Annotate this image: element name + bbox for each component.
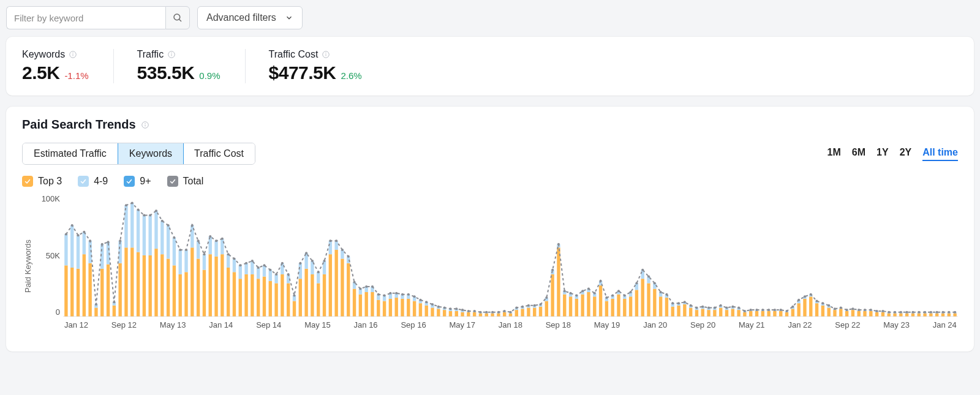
tab-keywords[interactable]: Keywords <box>118 143 184 165</box>
svg-point-344 <box>257 266 260 269</box>
x-tick: May 17 <box>449 320 475 329</box>
svg-point-422 <box>725 306 728 309</box>
svg-rect-67 <box>221 239 224 254</box>
svg-rect-138 <box>437 309 440 317</box>
tab-estimated-traffic[interactable]: Estimated Traffic <box>23 143 118 164</box>
svg-rect-210 <box>653 289 656 317</box>
chart-svg <box>63 194 958 317</box>
svg-point-369 <box>407 293 410 296</box>
svg-rect-37 <box>130 203 134 248</box>
x-tick: May 13 <box>160 320 186 329</box>
svg-point-386 <box>509 311 511 314</box>
svg-point-425 <box>744 310 746 312</box>
svg-point-451 <box>900 311 902 314</box>
svg-point-429 <box>767 309 770 311</box>
timerange-all[interactable]: All time <box>922 147 958 161</box>
svg-point-368 <box>401 293 404 296</box>
advanced-filters-button[interactable]: Advanced filters <box>197 6 303 29</box>
svg-rect-100 <box>323 274 326 317</box>
svg-rect-170 <box>533 307 536 317</box>
legend-4-9[interactable]: 4-9 <box>78 176 108 187</box>
svg-point-331 <box>179 249 181 251</box>
svg-point-379 <box>467 310 470 312</box>
svg-point-319 <box>107 241 110 243</box>
svg-rect-15 <box>64 234 67 265</box>
svg-rect-148 <box>467 312 470 317</box>
y-tick: 100K <box>42 194 60 203</box>
keyword-filter-input[interactable] <box>6 6 165 29</box>
svg-point-349 <box>287 273 290 276</box>
svg-rect-92 <box>299 279 302 317</box>
svg-rect-86 <box>281 274 284 317</box>
svg-point-377 <box>455 307 458 310</box>
svg-point-401 <box>600 280 602 282</box>
timerange-2y[interactable]: 2Y <box>900 147 912 161</box>
info-icon[interactable] <box>141 121 149 129</box>
x-ticks: Jan 12Sep 12May 13Jan 14Sep 14May 15Jan … <box>63 320 958 329</box>
svg-rect-66 <box>221 254 224 317</box>
svg-point-312 <box>65 233 67 235</box>
svg-point-347 <box>275 273 277 276</box>
svg-point-392 <box>545 296 548 299</box>
svg-point-421 <box>720 304 722 307</box>
svg-point-387 <box>515 306 518 309</box>
svg-point-398 <box>581 290 584 292</box>
svg-rect-42 <box>148 255 151 317</box>
svg-rect-228 <box>707 310 710 317</box>
svg-point-315 <box>83 231 85 233</box>
svg-point-338 <box>221 238 224 240</box>
metric-keywords-label: Keywords <box>22 49 65 60</box>
svg-rect-122 <box>389 299 392 317</box>
svg-rect-82 <box>269 281 272 317</box>
metric-traffic-delta: 0.9% <box>199 70 220 81</box>
timerange-1m[interactable]: 1M <box>827 147 841 161</box>
svg-rect-258 <box>797 303 800 317</box>
svg-rect-302 <box>929 314 932 317</box>
svg-rect-286 <box>881 312 884 317</box>
svg-rect-186 <box>581 295 584 317</box>
timerange-1y[interactable]: 1Y <box>876 147 889 161</box>
svg-rect-172 <box>539 307 542 317</box>
timerange-6m[interactable]: 6M <box>852 147 865 161</box>
tab-traffic-cost[interactable]: Traffic Cost <box>183 143 255 164</box>
chevron-down-icon <box>285 13 293 22</box>
svg-point-452 <box>906 311 908 314</box>
x-tick: Sep 22 <box>835 320 860 329</box>
y-ticks: 100K 50K 0 <box>36 194 60 317</box>
svg-rect-19 <box>77 235 80 269</box>
svg-point-433 <box>791 306 794 308</box>
info-icon[interactable] <box>69 50 77 59</box>
svg-point-394 <box>557 243 560 246</box>
svg-rect-90 <box>293 301 296 317</box>
svg-rect-75 <box>244 263 247 274</box>
svg-rect-152 <box>479 314 482 317</box>
svg-point-443 <box>851 307 854 310</box>
metric-keywords-delta: -1.1% <box>64 70 88 81</box>
y-axis-label: Paid Keywords <box>22 194 32 338</box>
svg-rect-190 <box>593 296 596 317</box>
svg-rect-268 <box>827 307 830 317</box>
svg-point-412 <box>665 293 668 296</box>
info-icon[interactable] <box>322 50 330 59</box>
legend-9plus[interactable]: 9+ <box>124 176 151 187</box>
svg-line-1 <box>179 19 181 21</box>
svg-rect-102 <box>329 254 332 317</box>
search-button[interactable] <box>165 6 190 29</box>
info-icon[interactable] <box>167 50 176 59</box>
x-tick: Sep 16 <box>401 320 426 329</box>
svg-rect-58 <box>197 258 200 317</box>
svg-point-10 <box>326 53 326 53</box>
svg-point-442 <box>846 309 848 311</box>
svg-rect-71 <box>233 258 236 272</box>
legend-top3[interactable]: Top 3 <box>22 176 62 187</box>
svg-point-404 <box>617 290 620 292</box>
svg-point-403 <box>611 294 614 296</box>
svg-rect-274 <box>845 311 848 317</box>
legend-total[interactable]: Total <box>167 176 204 187</box>
svg-point-423 <box>731 306 734 308</box>
svg-point-365 <box>383 294 386 296</box>
svg-point-390 <box>533 304 536 307</box>
svg-point-355 <box>323 260 326 262</box>
svg-point-333 <box>191 224 194 227</box>
svg-point-444 <box>858 309 860 311</box>
